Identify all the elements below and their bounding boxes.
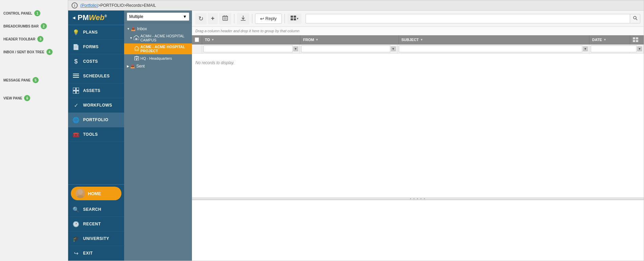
- breadcrumb-bar: i (Portfolio) > PORTFOLIO > Records > EM…: [68, 0, 644, 11]
- sidebar-item-recent-label: RECENT: [83, 222, 101, 226]
- svg-point-8: [77, 195, 84, 198]
- annotation-label-1: CONTROL PANEL: [3, 12, 32, 15]
- sidebar-item-schedules[interactable]: SCHEDULES: [68, 69, 124, 83]
- filter-check: [192, 44, 202, 53]
- breadcrumb-portfolio-link[interactable]: (Portfolio): [80, 3, 98, 8]
- schedules-icon: [72, 72, 80, 80]
- exit-icon: ↪: [72, 249, 80, 257]
- sidebar-item-recent[interactable]: 🕐 RECENT: [68, 217, 124, 231]
- portfolio-icon: 🌐: [72, 116, 80, 124]
- filter-from-input[interactable]: [301, 45, 390, 52]
- toolbar-divider-2: [252, 14, 252, 23]
- search-nav-icon: 🔍: [72, 206, 80, 213]
- add-button[interactable]: +: [208, 13, 218, 24]
- tree-item-acme[interactable]: ACME - ACME HOSPITAL PROJECT: [124, 43, 192, 54]
- sidebar-item-plans[interactable]: 💡 PLANS: [68, 25, 124, 40]
- header-subject-label: SUBJECT: [402, 38, 419, 42]
- delete-button[interactable]: [219, 13, 231, 24]
- email-area: Drag a column header and drop it here to…: [192, 27, 644, 198]
- reply-button[interactable]: ↩ Reply: [255, 14, 282, 24]
- search-button[interactable]: [630, 14, 640, 23]
- filter-subject-input[interactable]: [399, 45, 583, 52]
- tree-item-acme-label: ACME - ACME HOSPITAL PROJECT: [140, 45, 189, 53]
- tree-pane: Multiple ▼ ▼ 📥 Inbox ▼ ACMH - ACME H: [124, 11, 192, 261]
- info-icon[interactable]: i: [72, 2, 78, 8]
- annotation-badge-2: 2: [41, 23, 47, 29]
- app-container: i (Portfolio) > PORTFOLIO > Records > EM…: [68, 0, 644, 261]
- sidebar-item-search-label: SEARCH: [83, 207, 101, 212]
- header-to[interactable]: TO ▼: [202, 35, 300, 44]
- tree-dropdown[interactable]: Multiple ▼: [127, 13, 189, 21]
- svg-rect-14: [137, 58, 138, 59]
- sidebar-item-costs[interactable]: $ COSTS: [68, 54, 124, 69]
- delete-icon: [222, 16, 228, 22]
- dropdown-arrow-icon: ▼: [183, 14, 187, 19]
- tree-item-hq[interactable]: HQ - Headquarters: [124, 54, 192, 62]
- grid-view-button[interactable]: ▾: [288, 14, 301, 24]
- view-pane: [192, 200, 644, 261]
- acmh-icon: [134, 35, 139, 41]
- svg-rect-6: [76, 91, 79, 94]
- breadcrumb-records: Records: [126, 3, 141, 8]
- sidebar-item-portfolio-label: PORTFOLIO: [83, 117, 109, 122]
- reply-label: Reply: [266, 16, 277, 21]
- email-grid-header: TO ▼ FROM ▼ SUBJECT ▼ DATE ▼: [192, 35, 644, 44]
- annotation-badge-5: 5: [33, 77, 39, 83]
- svg-rect-15: [136, 59, 137, 60]
- sidebar-item-university[interactable]: 🎓 UNIVERSITY: [68, 231, 124, 246]
- university-icon: 🎓: [72, 235, 80, 242]
- recent-icon: 🕐: [72, 220, 80, 228]
- filter-from-icon[interactable]: ▼: [391, 46, 396, 51]
- svg-rect-33: [636, 37, 638, 39]
- refresh-icon: ↻: [198, 15, 203, 22]
- download-button[interactable]: [237, 13, 249, 24]
- filter-extra: [630, 44, 644, 53]
- filter-to: ▼: [202, 44, 300, 53]
- svg-rect-28: [291, 18, 293, 20]
- sidebar-logo-text: PMWeb®: [78, 13, 107, 22]
- filter-date-input[interactable]: [591, 45, 637, 52]
- annotation-badge-3: 3: [37, 36, 43, 42]
- svg-rect-34: [633, 40, 635, 42]
- search-input[interactable]: [306, 14, 630, 23]
- sidebar-item-workflows[interactable]: ✓ WORKFLOWS: [68, 98, 124, 113]
- header-checkbox[interactable]: [195, 37, 199, 42]
- sidebar-item-assets[interactable]: ASSETS: [68, 83, 124, 98]
- sidebar-item-tools[interactable]: 🧰 TOOLS: [68, 127, 124, 142]
- inbox-icon: 📥: [131, 27, 136, 31]
- sidebar-item-tools-label: TOOLS: [83, 132, 98, 137]
- tree-item-inbox[interactable]: ▼ 📥 Inbox: [124, 25, 192, 33]
- filter-to-input[interactable]: [203, 45, 293, 52]
- header-to-label: TO: [205, 38, 210, 42]
- header-from-label: FROM: [303, 38, 314, 42]
- svg-rect-26: [291, 16, 293, 18]
- filter-subject-icon[interactable]: ▼: [583, 46, 588, 51]
- tree-item-acmh[interactable]: ▼ ACMH - ACME HOSPITAL CAMPUS: [124, 33, 192, 43]
- sidebar-item-forms[interactable]: 📄 FORMS: [68, 40, 124, 54]
- sidebar: ◄ PMWeb® 💡 PLANS 📄 FORMS $ COSTS: [68, 11, 124, 261]
- sidebar-item-assets-label: ASSETS: [83, 88, 100, 93]
- svg-rect-1: [73, 75, 79, 76]
- main-toolbar: ↻ + ↩ Repl: [192, 11, 644, 27]
- sent-arrow-icon: ▶: [127, 64, 129, 68]
- add-icon: +: [211, 15, 215, 22]
- sidebar-collapse-arrow[interactable]: ◄: [72, 15, 76, 20]
- header-from[interactable]: FROM ▼: [300, 35, 399, 44]
- header-date[interactable]: DATE ▼: [589, 35, 630, 44]
- tree-item-inbox-label: Inbox: [137, 26, 147, 31]
- tree-item-hq-label: HQ - Headquarters: [140, 56, 172, 60]
- search-icon: [633, 16, 638, 21]
- inbox-arrow-icon: ▼: [127, 27, 130, 31]
- annotations-panel: CONTROL PANEL 1 BREADCRUMBS BAR 2 HEADER…: [0, 0, 68, 261]
- sidebar-item-exit[interactable]: ↪ EXIT: [68, 246, 124, 261]
- annotation-badge-1: 1: [34, 10, 40, 16]
- sidebar-item-search[interactable]: 🔍 SEARCH: [68, 202, 124, 217]
- refresh-button[interactable]: ↻: [195, 13, 207, 24]
- sidebar-item-portfolio[interactable]: 🌐 PORTFOLIO: [68, 113, 124, 127]
- svg-point-30: [633, 16, 636, 19]
- header-subject[interactable]: SUBJECT ▼: [399, 35, 590, 44]
- filter-to-icon[interactable]: ▼: [293, 46, 298, 51]
- sidebar-item-schedules-label: SCHEDULES: [83, 74, 110, 78]
- home-button[interactable]: HOME: [71, 187, 121, 200]
- tree-item-sent[interactable]: ▶ 📤 Sent: [124, 62, 192, 70]
